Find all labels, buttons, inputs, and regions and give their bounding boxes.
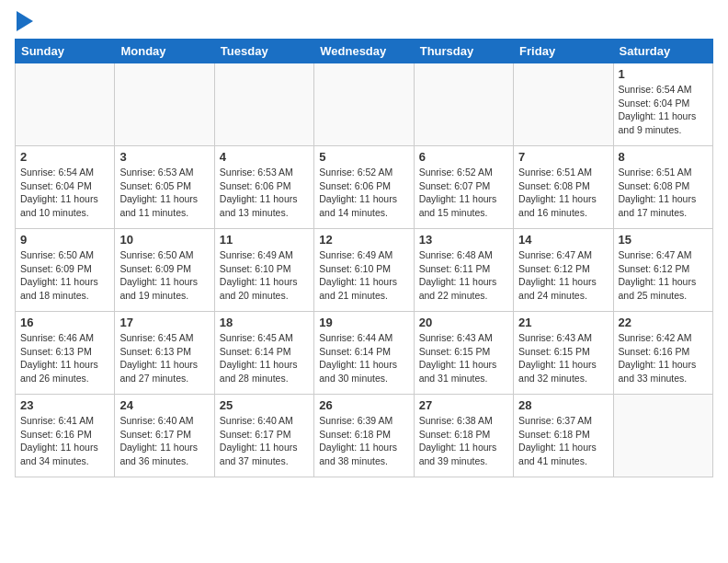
calendar-cell (414, 63, 513, 146)
calendar-week-4: 16Sunrise: 6:46 AM Sunset: 6:13 PM Dayli… (16, 312, 713, 395)
day-number: 22 (619, 316, 708, 329)
calendar-cell: 24Sunrise: 6:40 AM Sunset: 6:17 PM Dayli… (115, 395, 214, 477)
day-number: 3 (119, 150, 209, 164)
weekday-header-sunday: Sunday (16, 40, 115, 63)
calendar-cell: 2Sunrise: 6:54 AM Sunset: 6:04 PM Daylig… (16, 146, 115, 229)
calendar-cell: 5Sunrise: 6:52 AM Sunset: 6:06 PM Daylig… (314, 146, 414, 229)
calendar-cell: 8Sunrise: 6:51 AM Sunset: 6:08 PM Daylig… (613, 146, 712, 229)
calendar-week-2: 2Sunrise: 6:54 AM Sunset: 6:04 PM Daylig… (16, 146, 713, 229)
calendar-cell: 23Sunrise: 6:41 AM Sunset: 6:16 PM Dayli… (16, 395, 115, 477)
day-info: Sunrise: 6:41 AM Sunset: 6:16 PM Dayligh… (20, 414, 109, 468)
calendar-cell: 13Sunrise: 6:48 AM Sunset: 6:11 PM Dayli… (414, 229, 513, 312)
day-number: 15 (619, 233, 708, 247)
day-info: Sunrise: 6:40 AM Sunset: 6:17 PM Dayligh… (119, 414, 209, 468)
calendar-cell: 6Sunrise: 6:52 AM Sunset: 6:07 PM Daylig… (414, 146, 513, 229)
day-number: 14 (518, 233, 608, 247)
day-info: Sunrise: 6:39 AM Sunset: 6:18 PM Dayligh… (319, 414, 408, 468)
day-info: Sunrise: 6:48 AM Sunset: 6:11 PM Dayligh… (419, 248, 508, 303)
day-number: 24 (119, 398, 209, 412)
calendar-cell: 27Sunrise: 6:38 AM Sunset: 6:18 PM Dayli… (414, 395, 513, 477)
day-info: Sunrise: 6:42 AM Sunset: 6:16 PM Dayligh… (619, 331, 708, 385)
day-info: Sunrise: 6:43 AM Sunset: 6:15 PM Dayligh… (419, 331, 508, 385)
weekday-header-tuesday: Tuesday (214, 40, 313, 63)
day-info: Sunrise: 6:52 AM Sunset: 6:07 PM Dayligh… (419, 166, 508, 220)
day-number: 18 (220, 316, 309, 329)
calendar-cell (514, 63, 613, 146)
calendar-cell: 18Sunrise: 6:45 AM Sunset: 6:14 PM Dayli… (214, 312, 313, 395)
calendar-cell (214, 63, 313, 146)
day-info: Sunrise: 6:46 AM Sunset: 6:13 PM Dayligh… (20, 331, 109, 385)
day-info: Sunrise: 6:38 AM Sunset: 6:18 PM Dayligh… (419, 414, 508, 468)
calendar-cell: 28Sunrise: 6:37 AM Sunset: 6:18 PM Dayli… (514, 395, 613, 477)
day-info: Sunrise: 6:49 AM Sunset: 6:10 PM Dayligh… (220, 248, 309, 303)
day-info: Sunrise: 6:45 AM Sunset: 6:13 PM Dayligh… (119, 331, 209, 385)
calendar-cell: 22Sunrise: 6:42 AM Sunset: 6:16 PM Dayli… (613, 312, 712, 395)
day-info: Sunrise: 6:53 AM Sunset: 6:05 PM Dayligh… (119, 166, 209, 220)
page-header (15, 15, 713, 31)
day-info: Sunrise: 6:50 AM Sunset: 6:09 PM Dayligh… (119, 248, 209, 303)
calendar-cell: 9Sunrise: 6:50 AM Sunset: 6:09 PM Daylig… (16, 229, 115, 312)
day-number: 19 (319, 316, 408, 329)
day-number: 23 (20, 398, 109, 412)
day-info: Sunrise: 6:53 AM Sunset: 6:06 PM Dayligh… (220, 166, 309, 220)
calendar-cell: 11Sunrise: 6:49 AM Sunset: 6:10 PM Dayli… (214, 229, 313, 312)
day-number: 6 (419, 150, 508, 164)
weekday-header-monday: Monday (115, 40, 214, 63)
day-number: 8 (619, 150, 708, 164)
calendar-cell: 25Sunrise: 6:40 AM Sunset: 6:17 PM Dayli… (214, 395, 313, 477)
calendar-week-5: 23Sunrise: 6:41 AM Sunset: 6:16 PM Dayli… (16, 395, 713, 477)
calendar-cell: 20Sunrise: 6:43 AM Sunset: 6:15 PM Dayli… (414, 312, 513, 395)
day-number: 12 (319, 233, 408, 247)
weekday-header-friday: Friday (514, 40, 613, 63)
calendar-cell: 15Sunrise: 6:47 AM Sunset: 6:12 PM Dayli… (613, 229, 712, 312)
calendar-cell: 4Sunrise: 6:53 AM Sunset: 6:06 PM Daylig… (214, 146, 313, 229)
calendar-cell: 19Sunrise: 6:44 AM Sunset: 6:14 PM Dayli… (314, 312, 414, 395)
logo-icon (17, 11, 33, 31)
calendar-cell: 16Sunrise: 6:46 AM Sunset: 6:13 PM Dayli… (16, 312, 115, 395)
calendar-cell: 1Sunrise: 6:54 AM Sunset: 6:04 PM Daylig… (613, 63, 712, 146)
logo (15, 15, 33, 31)
day-info: Sunrise: 6:47 AM Sunset: 6:12 PM Dayligh… (619, 248, 708, 303)
calendar-cell (16, 63, 115, 146)
calendar-week-1: 1Sunrise: 6:54 AM Sunset: 6:04 PM Daylig… (16, 63, 713, 146)
day-info: Sunrise: 6:43 AM Sunset: 6:15 PM Dayligh… (518, 331, 608, 385)
calendar-week-3: 9Sunrise: 6:50 AM Sunset: 6:09 PM Daylig… (16, 229, 713, 312)
weekday-header-saturday: Saturday (613, 40, 712, 63)
day-number: 13 (419, 233, 508, 247)
day-number: 21 (518, 316, 608, 329)
day-info: Sunrise: 6:44 AM Sunset: 6:14 PM Dayligh… (319, 331, 408, 385)
day-number: 1 (619, 67, 708, 81)
day-info: Sunrise: 6:49 AM Sunset: 6:10 PM Dayligh… (319, 248, 408, 303)
calendar-cell: 17Sunrise: 6:45 AM Sunset: 6:13 PM Dayli… (115, 312, 214, 395)
day-number: 11 (220, 233, 309, 247)
day-number: 4 (220, 150, 309, 164)
calendar-cell: 14Sunrise: 6:47 AM Sunset: 6:12 PM Dayli… (514, 229, 613, 312)
calendar-cell (314, 63, 414, 146)
day-number: 9 (20, 233, 109, 247)
calendar-cell (115, 63, 214, 146)
calendar-cell: 26Sunrise: 6:39 AM Sunset: 6:18 PM Dayli… (314, 395, 414, 477)
calendar-table: SundayMondayTuesdayWednesdayThursdayFrid… (15, 39, 713, 477)
calendar-cell (613, 395, 712, 477)
day-number: 26 (319, 398, 408, 412)
day-number: 27 (419, 398, 508, 412)
day-number: 25 (220, 398, 309, 412)
day-info: Sunrise: 6:54 AM Sunset: 6:04 PM Dayligh… (20, 166, 109, 220)
day-info: Sunrise: 6:51 AM Sunset: 6:08 PM Dayligh… (619, 166, 708, 220)
day-number: 17 (119, 316, 209, 329)
day-info: Sunrise: 6:52 AM Sunset: 6:06 PM Dayligh… (319, 166, 408, 220)
day-info: Sunrise: 6:40 AM Sunset: 6:17 PM Dayligh… (220, 414, 309, 468)
calendar-cell: 21Sunrise: 6:43 AM Sunset: 6:15 PM Dayli… (514, 312, 613, 395)
day-number: 2 (20, 150, 109, 164)
calendar-cell: 7Sunrise: 6:51 AM Sunset: 6:08 PM Daylig… (514, 146, 613, 229)
weekday-header-wednesday: Wednesday (314, 40, 414, 63)
svg-marker-0 (17, 11, 33, 31)
day-number: 7 (518, 150, 608, 164)
day-info: Sunrise: 6:47 AM Sunset: 6:12 PM Dayligh… (518, 248, 608, 303)
weekday-header-thursday: Thursday (414, 40, 513, 63)
day-number: 10 (119, 233, 209, 247)
calendar-cell: 12Sunrise: 6:49 AM Sunset: 6:10 PM Dayli… (314, 229, 414, 312)
calendar-cell: 10Sunrise: 6:50 AM Sunset: 6:09 PM Dayli… (115, 229, 214, 312)
day-info: Sunrise: 6:50 AM Sunset: 6:09 PM Dayligh… (20, 248, 109, 303)
day-info: Sunrise: 6:54 AM Sunset: 6:04 PM Dayligh… (619, 83, 708, 137)
